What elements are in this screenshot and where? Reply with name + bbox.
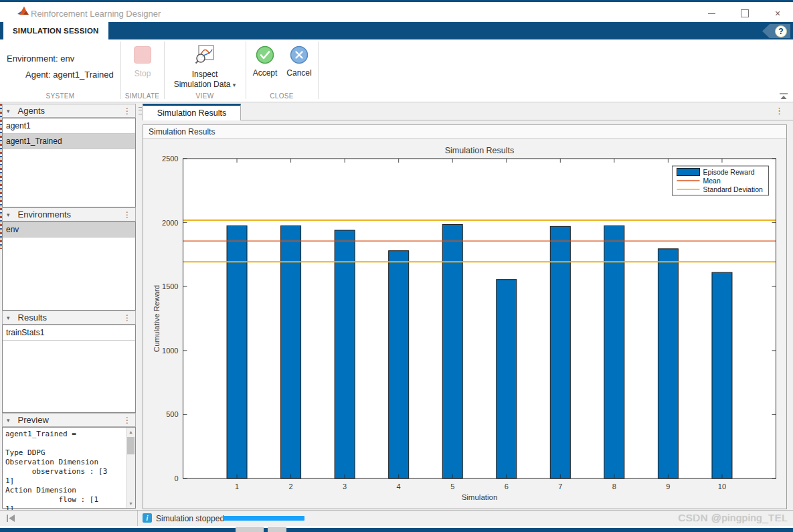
x-tick-label: 4: [397, 482, 401, 491]
ribbon-separator: [246, 41, 246, 99]
cancel-button[interactable]: Cancel: [286, 46, 313, 78]
ribbon: Environment: env Agent: agent1_Trained S…: [0, 39, 793, 102]
bar-episode-reward: [281, 226, 301, 478]
simulation-results-chart: 0500100015002000250012345678910Simulatio…: [143, 139, 786, 509]
y-tick-label: 2000: [162, 219, 178, 227]
inspect-label-line2: Simulation Data: [174, 80, 231, 89]
preview-scrollbar[interactable]: ▲ ▼: [126, 428, 135, 508]
collapse-arrow-icon: ▾: [7, 315, 10, 321]
x-tick-label: 10: [718, 482, 726, 491]
preview-panel-header[interactable]: ▾ Preview ⋮: [2, 413, 136, 427]
cancel-button-label: Cancel: [286, 68, 311, 78]
matlab-logo-icon: [17, 5, 29, 18]
y-tick-label: 1000: [162, 347, 178, 355]
chevron-down-icon: ▾: [233, 82, 236, 88]
stop-icon: [134, 46, 151, 64]
x-tick-label: 9: [666, 482, 670, 491]
accept-check-icon: [256, 46, 274, 64]
preview-panel-body: agent1_Trained = Type DDPG Observation D…: [2, 427, 136, 509]
agent-label: Agent: agent1_Trained: [25, 70, 114, 80]
y-tick-label: 0: [174, 474, 178, 482]
bar-episode-reward: [442, 224, 462, 478]
collapse-arrow-icon: ▾: [7, 417, 10, 424]
agents-panel-header[interactable]: ▾ Agents ⋮: [2, 104, 136, 118]
agents-list: agent1 agent1_Trained: [2, 118, 136, 207]
help-icon: ?: [775, 25, 787, 37]
environments-panel-header[interactable]: ▾ Environments ⋮: [2, 207, 136, 221]
x-tick-label: 6: [505, 482, 509, 491]
accept-button[interactable]: Accept: [252, 46, 278, 78]
minimize-button[interactable]: [696, 4, 727, 23]
legend-label: Episode Reward: [703, 168, 755, 176]
preview-text: agent1_Trained = Type DDPG Observation D…: [5, 430, 124, 514]
tab-strip-menu-icon[interactable]: ⋮: [775, 106, 784, 116]
tab-simulation-results[interactable]: Simulation Results: [143, 104, 241, 120]
inspect-simulation-data-button[interactable]: Inspect Simulation Data ▾: [173, 44, 237, 90]
stop-button[interactable]: Stop: [130, 46, 155, 78]
statusbar-divider: [137, 511, 138, 526]
agents-panel-title: Agents: [18, 106, 45, 116]
list-item-agent1[interactable]: agent1: [3, 118, 135, 134]
bar-episode-reward: [604, 226, 624, 478]
collapse-arrow-icon: ▾: [7, 211, 10, 218]
tab-simulation-session[interactable]: SIMULATION SESSION: [3, 22, 108, 39]
ribbon-separator: [318, 41, 319, 99]
bar-episode-reward: [227, 226, 247, 478]
results-menu-icon[interactable]: ⋮: [123, 313, 131, 323]
app-window: Reinforcement Learning Designer × SIMULA…: [0, 0, 793, 532]
simulation-results-panel-header: Simulation Results: [143, 125, 786, 139]
cancel-x-icon: [290, 46, 309, 64]
group-label-close: CLOSE: [246, 92, 318, 100]
x-tick-label: 7: [558, 482, 562, 491]
bar-episode-reward: [658, 249, 678, 478]
x-tick-label: 1: [235, 482, 239, 491]
bar-episode-reward: [389, 251, 409, 478]
close-icon: ×: [775, 9, 780, 18]
maximize-button[interactable]: [729, 4, 760, 23]
y-axis-label: Cumulative Reward: [153, 285, 161, 352]
results-panel-title: Results: [18, 313, 47, 323]
collapse-ribbon-icon[interactable]: [778, 92, 789, 100]
bottom-edge-bar: [0, 528, 793, 532]
list-item-trainstats1[interactable]: trainStats1: [3, 325, 135, 341]
taskbar-blip: [236, 527, 264, 532]
splitter-grip-icon[interactable]: [139, 107, 142, 114]
agents-menu-icon[interactable]: ⋮: [123, 106, 131, 116]
taskbar-blip: [268, 527, 286, 532]
inspect-label-line1: Inspect: [192, 70, 218, 79]
environments-menu-icon[interactable]: ⋮: [123, 210, 131, 219]
group-label-view: VIEW: [164, 92, 246, 100]
accept-button-label: Accept: [253, 68, 278, 78]
collapse-arrow-icon: ▾: [7, 108, 10, 114]
legend-swatch: [677, 169, 700, 176]
preview-menu-icon[interactable]: ⋮: [123, 416, 131, 425]
bar-episode-reward: [712, 272, 732, 478]
results-panel-header[interactable]: ▾ Results ⋮: [2, 311, 136, 325]
collapse-panels-icon[interactable]: [5, 514, 16, 523]
scroll-up-icon[interactable]: ▲: [126, 428, 135, 436]
chart-title: Simulation Results: [445, 146, 515, 155]
legend-label: Mean: [703, 177, 721, 185]
environment-label: Environment: env: [7, 54, 74, 64]
simulation-results-panel: Simulation Results 050010001500200025001…: [143, 124, 787, 509]
maximize-icon: [741, 9, 749, 17]
progress-bar: [223, 516, 304, 521]
close-button[interactable]: ×: [762, 4, 793, 23]
list-item-env[interactable]: env: [3, 222, 135, 238]
status-message: Simulation stopped: [156, 514, 224, 523]
group-label-simulate: SIMULATE: [120, 92, 164, 100]
x-axis-label: Simulation: [462, 493, 498, 501]
x-tick-label: 3: [343, 482, 347, 491]
plot-area: [183, 159, 776, 478]
x-tick-label: 8: [612, 482, 616, 491]
legend: Episode RewardMeanStandard Deviation: [673, 166, 769, 195]
panel-splitter[interactable]: [137, 102, 143, 510]
ribbon-separator: [164, 41, 165, 99]
status-bar: [0, 510, 793, 526]
y-tick-label: 1500: [162, 282, 178, 290]
ribbon-tab-row: [0, 22, 793, 39]
scrollbar-thumb[interactable]: [127, 437, 135, 454]
x-tick-label: 2: [289, 482, 293, 491]
scroll-down-icon[interactable]: ▼: [126, 499, 135, 508]
list-item-agent1-trained[interactable]: agent1_Trained: [3, 134, 135, 149]
